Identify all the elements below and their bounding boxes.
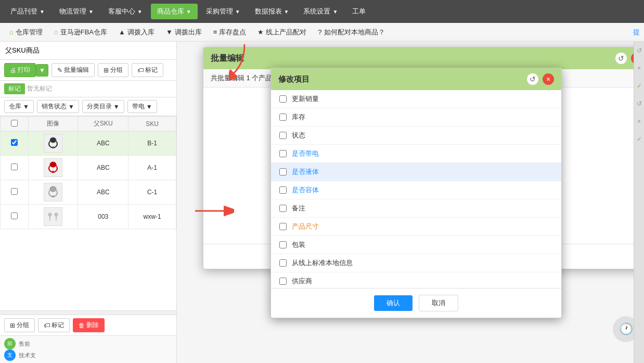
- subnav-inventory-check[interactable]: ≡ 库存盘点: [208, 25, 252, 40]
- nav-product-listing[interactable]: 产品刊登 ▼: [4, 4, 51, 19]
- subnav-online-match[interactable]: ★ 线上产品配对: [252, 25, 312, 40]
- panel-title: 父SKU商品: [5, 46, 40, 55]
- item-checkbox[interactable]: [279, 241, 287, 248]
- row-checkbox[interactable]: [11, 164, 18, 170]
- subnav-local-match[interactable]: ? 如何配对本地商品？: [313, 25, 390, 40]
- select-all-checkbox[interactable]: [11, 120, 18, 127]
- table-row[interactable]: 003 wxw-1: [1, 205, 176, 229]
- product-image: [44, 207, 62, 226]
- edit-icon: ✎: [57, 67, 62, 74]
- side-check-icon[interactable]: ✓: [637, 82, 642, 90]
- nav-dropdown-arrow: ▼: [40, 9, 45, 15]
- nav-data-report[interactable]: 数据报表 ▼: [249, 4, 295, 19]
- modify-item[interactable]: 状态: [271, 127, 561, 145]
- upload-icon: ▲: [119, 28, 125, 36]
- modify-item[interactable]: 库存: [271, 108, 561, 127]
- print-dropdown-button[interactable]: ▼: [36, 64, 48, 77]
- table-row[interactable]: ABC C-1: [1, 180, 176, 205]
- sub-close-button[interactable]: ×: [543, 73, 554, 85]
- item-checkbox[interactable]: [279, 114, 287, 121]
- row-checkbox[interactable]: [11, 139, 18, 146]
- bottom-group-button[interactable]: ⊞ 分组: [4, 318, 35, 332]
- batch-edit-button[interactable]: ✎ 批量编辑: [51, 63, 95, 77]
- modify-item[interactable]: 从线上标准本地信息: [271, 254, 561, 272]
- subnav-right-btn[interactable]: 提: [633, 28, 640, 37]
- modify-item[interactable]: 更新销量: [271, 90, 561, 108]
- side-check-icon-2[interactable]: ✓: [637, 135, 642, 143]
- modify-item[interactable]: 是否液体: [271, 163, 561, 181]
- confirm-button[interactable]: 确认: [374, 295, 413, 311]
- row-checkbox[interactable]: [11, 188, 18, 195]
- item-checkbox[interactable]: [279, 223, 287, 230]
- item-checkbox[interactable]: [279, 95, 287, 103]
- side-close-icon-2[interactable]: ×: [637, 118, 641, 125]
- tag-area: 标记 暂无标记: [0, 81, 176, 97]
- necklace-icon: [46, 136, 60, 151]
- question-icon: ?: [318, 28, 321, 36]
- side-refresh-icon[interactable]: ↺: [637, 47, 642, 54]
- modify-item[interactable]: 包装: [271, 236, 561, 254]
- modify-item[interactable]: 供应商: [271, 272, 561, 288]
- item-label: 库存: [292, 112, 305, 122]
- modify-item[interactable]: 备注: [271, 199, 561, 218]
- sales-status-filter[interactable]: 销售状态▼: [37, 100, 79, 113]
- svg-point-8: [49, 219, 51, 221]
- horizontal-scrollbar[interactable]: [0, 310, 176, 315]
- col-parent-sku: 父SKU: [78, 117, 128, 131]
- parent-sku-cell: ABC: [78, 156, 128, 180]
- sub-refresh-button[interactable]: ↺: [527, 73, 538, 85]
- tag-empty-label: 暂无标记: [27, 84, 52, 93]
- col-checkbox: [1, 117, 29, 131]
- batch-refresh-button[interactable]: ↺: [615, 53, 627, 64]
- category-filter[interactable]: 分类目录▼: [82, 100, 124, 113]
- sku-cell: B-1: [128, 131, 176, 156]
- group-button[interactable]: ⊞ 分组: [98, 63, 128, 77]
- subnav-warehouse-home[interactable]: ⌂ 仓库管理: [4, 25, 48, 40]
- delete-button[interactable]: 🗑 删除: [73, 318, 105, 332]
- tag-button[interactable]: 🏷 标记: [132, 63, 163, 77]
- modify-item[interactable]: 产品尺寸: [271, 218, 561, 236]
- subnav-transfer-out[interactable]: ▼ 调拨出库: [161, 25, 207, 40]
- sub-modal-title: 修改项目: [278, 74, 310, 84]
- nav-product-warehouse[interactable]: 商品仓库 ▼: [151, 4, 198, 19]
- sku-cell: C-1: [128, 180, 176, 205]
- item-checkbox[interactable]: [279, 278, 287, 285]
- print-button[interactable]: 🖨 打印: [4, 63, 36, 77]
- modify-items-list: 更新销量库存状态是否带电是否液体是否容体备注产品尺寸包装从线上标准本地信息供应商…: [271, 90, 561, 288]
- subnav-amazon-fba[interactable]: ⌂ 亚马逊FBA仓库: [49, 25, 112, 40]
- house-icon: ⌂: [54, 28, 58, 36]
- item-checkbox[interactable]: [279, 132, 287, 139]
- sub-modal-header: 修改项目 ↺ ×: [271, 68, 561, 90]
- electric-filter[interactable]: 带电▼: [127, 100, 157, 113]
- subnav-transfer-in[interactable]: ▲ 调拨入库: [113, 25, 160, 40]
- item-checkbox[interactable]: [279, 168, 287, 176]
- item-checkbox[interactable]: [279, 150, 287, 157]
- tag-icon: 🏷: [44, 322, 50, 329]
- side-refresh-icon-2[interactable]: ↺: [637, 100, 642, 107]
- modify-item[interactable]: 是否带电: [271, 145, 561, 163]
- bottom-toolbar: ⊞ 分组 🏷 标记 🗑 删除: [0, 315, 176, 335]
- item-checkbox[interactable]: [279, 205, 287, 212]
- table-row[interactable]: ABC B-1: [1, 131, 176, 156]
- item-checkbox[interactable]: [279, 259, 287, 267]
- list-icon: ≡: [213, 28, 217, 36]
- warehouse-filter[interactable]: 仓库▼: [4, 100, 34, 113]
- status-item-sales: 前 售前: [4, 338, 172, 349]
- nav-workorder[interactable]: 工单: [346, 4, 372, 19]
- sku-cell: wxw-1: [128, 205, 176, 229]
- printer-icon: 🖨: [10, 67, 16, 74]
- bottom-tag-button[interactable]: 🏷 标记: [38, 318, 70, 332]
- item-label: 是否液体: [292, 167, 319, 177]
- nav-purchase[interactable]: 采购管理 ▼: [200, 4, 247, 19]
- modify-item[interactable]: 是否容体: [271, 181, 561, 199]
- cancel-button[interactable]: 取消: [419, 295, 458, 311]
- nav-customer-service[interactable]: 客服中心 ▼: [102, 4, 149, 19]
- nav-system-settings[interactable]: 系统设置 ▼: [297, 4, 344, 19]
- nav-logistics[interactable]: 物流管理 ▼: [53, 4, 100, 19]
- item-checkbox[interactable]: [279, 186, 287, 194]
- row-checkbox[interactable]: [11, 212, 18, 219]
- svg-point-4: [50, 186, 56, 192]
- side-close-icon[interactable]: ×: [637, 65, 641, 72]
- table-row[interactable]: ABC A-1: [1, 156, 176, 180]
- item-label: 更新销量: [292, 94, 319, 104]
